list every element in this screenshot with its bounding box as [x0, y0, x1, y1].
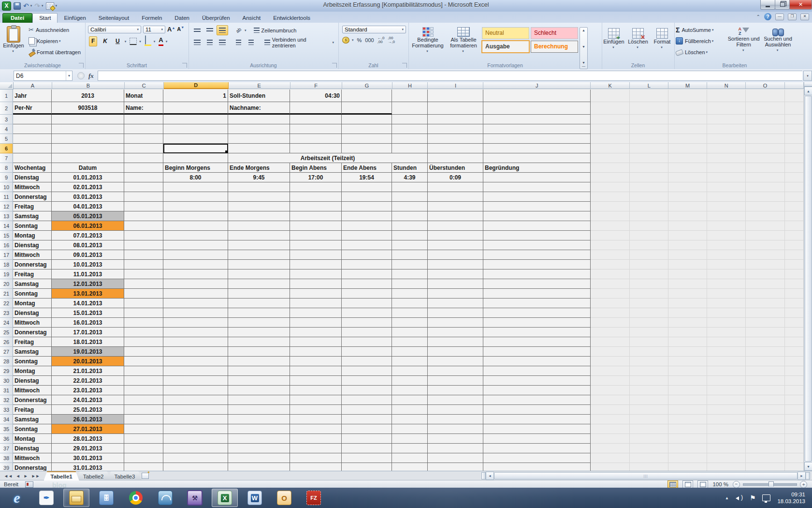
cell-K30[interactable]: [591, 376, 630, 386]
cell-H2[interactable]: [392, 102, 428, 115]
cell-D30[interactable]: [163, 376, 228, 386]
cell-M27[interactable]: [668, 347, 707, 357]
cell-M32[interactable]: [668, 395, 707, 405]
cell-L36[interactable]: [630, 434, 668, 444]
cell-A22[interactable]: Montag: [13, 299, 52, 308]
cell-E15[interactable]: [228, 231, 290, 240]
dialog-launcher-icon[interactable]: [402, 63, 407, 68]
cell-L37[interactable]: [630, 444, 668, 453]
cell-D5[interactable]: [163, 134, 228, 144]
cell-D4[interactable]: [163, 124, 228, 134]
cell-K22[interactable]: [591, 299, 630, 308]
cell-K27[interactable]: [591, 347, 630, 357]
cell-G33[interactable]: [342, 405, 392, 415]
cell-M24[interactable]: [668, 318, 707, 328]
cell-C11[interactable]: [124, 192, 163, 202]
row-header-11[interactable]: 11: [0, 192, 13, 202]
cell-C18[interactable]: [124, 260, 163, 269]
cell-F8[interactable]: Begin Abens: [290, 163, 342, 173]
cell-I23[interactable]: [428, 308, 483, 318]
cell-H24[interactable]: [392, 318, 428, 328]
cell-H25[interactable]: [392, 328, 428, 337]
cell-K17[interactable]: [591, 250, 630, 260]
cell-D3[interactable]: [163, 115, 228, 124]
cell-E19[interactable]: [228, 269, 290, 279]
cell-N15[interactable]: [707, 231, 746, 240]
cell-I10[interactable]: [428, 182, 483, 192]
cell-B17[interactable]: 09.01.2013: [52, 250, 124, 260]
cell-H22[interactable]: [392, 299, 428, 308]
column-header-C[interactable]: C: [125, 82, 164, 89]
cell-E13[interactable]: [228, 211, 290, 221]
cell-I26[interactable]: [428, 337, 483, 347]
format-painter-button[interactable]: Format übertragen: [27, 47, 82, 57]
volume-icon[interactable]: [736, 495, 743, 501]
cell-G30[interactable]: [342, 376, 392, 386]
cell-J12[interactable]: [483, 202, 591, 211]
cell-J4[interactable]: [483, 124, 591, 134]
cell-H13[interactable]: [392, 211, 428, 221]
fill-color-icon[interactable]: [145, 37, 151, 46]
cell-D1[interactable]: 1: [163, 90, 228, 102]
cell-E38[interactable]: [228, 453, 290, 463]
cell-I2[interactable]: [428, 102, 483, 115]
dialog-launcher-icon[interactable]: [79, 63, 84, 68]
cell-E31[interactable]: [228, 386, 290, 395]
cell-F4[interactable]: [290, 124, 342, 134]
cell-G2[interactable]: [342, 102, 392, 115]
cell-K7[interactable]: [591, 153, 630, 163]
cell-I4[interactable]: [428, 124, 483, 134]
orientation-icon[interactable]: ab: [233, 25, 245, 35]
cell-N32[interactable]: [707, 395, 746, 405]
page-break-view-button[interactable]: [697, 480, 708, 488]
cell-K32[interactable]: [591, 395, 630, 405]
cell-J7[interactable]: [483, 153, 591, 163]
bold-button[interactable]: F: [89, 36, 97, 46]
cell-A26[interactable]: Freitag: [13, 337, 52, 347]
cell-E29[interactable]: [228, 366, 290, 376]
cell-J23[interactable]: [483, 308, 591, 318]
cell-G5[interactable]: [342, 134, 392, 144]
help-icon[interactable]: ?: [764, 13, 771, 20]
cell-O26[interactable]: [746, 337, 785, 347]
cell-H19[interactable]: [392, 269, 428, 279]
cell-J32[interactable]: [483, 395, 591, 405]
workbook-close-button[interactable]: ✕: [800, 14, 809, 20]
row-header-16[interactable]: 16: [0, 240, 13, 250]
cell-I9[interactable]: 0:09: [428, 173, 483, 182]
cell-O4[interactable]: [746, 124, 785, 134]
cell-C5[interactable]: [124, 134, 163, 144]
cell-O36[interactable]: [746, 434, 785, 444]
cell-E11[interactable]: [228, 192, 290, 202]
cell-E39[interactable]: [228, 463, 290, 471]
clock[interactable]: 09:31 18.03.2013: [777, 491, 805, 505]
sort-filter-button[interactable]: AZ Sortieren und Filtern▾: [726, 25, 761, 57]
cell-I39[interactable]: [428, 463, 483, 471]
collapse-ribbon-icon[interactable]: ⌃: [756, 14, 760, 19]
cell-L9[interactable]: [630, 173, 668, 182]
cell-A13[interactable]: Samstag: [13, 211, 52, 221]
cell-J24[interactable]: [483, 318, 591, 328]
cell-G15[interactable]: [342, 231, 392, 240]
cell-N21[interactable]: [707, 289, 746, 299]
cell-H12[interactable]: [392, 202, 428, 211]
cell-G18[interactable]: [342, 260, 392, 269]
cell-D36[interactable]: [163, 434, 228, 444]
cell-C26[interactable]: [124, 337, 163, 347]
vertical-scroll-thumb[interactable]: [805, 96, 812, 462]
cell-D18[interactable]: [163, 260, 228, 269]
cell-J13[interactable]: [483, 211, 591, 221]
cell-E26[interactable]: [228, 337, 290, 347]
cell-O27[interactable]: [746, 347, 785, 357]
cell-N26[interactable]: [707, 337, 746, 347]
cell-A14[interactable]: Sonntag: [13, 221, 52, 231]
cell-I1[interactable]: [428, 90, 483, 102]
sheet-tab-tabelle1[interactable]: Tabelle1: [44, 471, 79, 480]
number-format-combo[interactable]: Standard▾: [342, 26, 406, 33]
cell-A8[interactable]: Wochentag: [13, 163, 52, 173]
cell-C7[interactable]: [124, 153, 163, 163]
taskbar-windows-explorer-icon[interactable]: [63, 489, 89, 507]
cell-L16[interactable]: [630, 240, 668, 250]
cell-K1[interactable]: [591, 90, 630, 102]
cell-B33[interactable]: 25.01.2013: [52, 405, 124, 415]
